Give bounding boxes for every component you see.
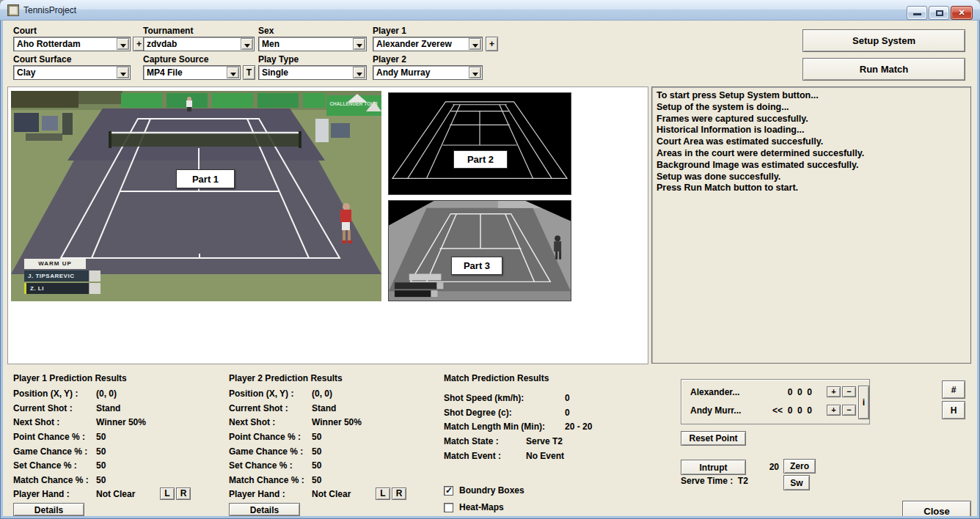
app-window: TennisProject ✕ Court Aho Rotterdam + To… <box>0 0 980 519</box>
chevron-down-icon[interactable] <box>117 67 129 78</box>
player1-score-plus-button[interactable]: + <box>827 386 841 397</box>
close-window-button[interactable]: ✕ <box>951 6 973 20</box>
minimize-button[interactable] <box>907 6 927 20</box>
capture-source-label: Capture Source <box>143 54 208 65</box>
player1-label: Player 1 <box>373 26 406 36</box>
interrupt-button[interactable]: Intrupt <box>681 460 746 475</box>
log-panel[interactable]: To start press Setup System button... Se… <box>651 86 971 364</box>
player1-dropdown[interactable]: Alexander Zverew <box>373 37 483 51</box>
row-value: 50 <box>312 460 321 471</box>
tournament-dropdown[interactable]: zdvdab <box>143 37 255 51</box>
part3-label: Part 3 <box>451 257 502 275</box>
prediction-row: Shot Speed (km/h):0 <box>444 393 657 408</box>
add-player-button[interactable]: + <box>486 37 498 51</box>
court-dropdown[interactable]: Aho Rotterdam <box>13 37 131 51</box>
player2-left-hand-button[interactable]: L <box>376 487 390 500</box>
player2-score-plus-button[interactable]: + <box>827 405 841 416</box>
score-player1-name: Alexander... <box>690 387 739 397</box>
player2-panel-title: Player 2 Prediction Results <box>229 373 343 383</box>
court-surface-dropdown[interactable]: Clay <box>13 65 131 80</box>
player2-details-button[interactable]: Details <box>229 503 300 516</box>
row-label: Set Chance % : <box>13 460 96 471</box>
setup-system-button[interactable]: Setup System <box>802 29 965 52</box>
player1-details-button[interactable]: Details <box>13 503 84 516</box>
run-match-button[interactable]: Run Match <box>802 58 965 81</box>
chevron-down-icon[interactable] <box>353 67 365 78</box>
video-part1: CHALLENGER TOUR <box>11 91 381 301</box>
boundry-boxes-checkbox[interactable] <box>444 486 453 496</box>
player2-score-minus-button[interactable]: − <box>842 405 856 416</box>
log-line: Setup was done succesfully. <box>657 172 966 183</box>
chevron-down-icon[interactable] <box>469 38 481 50</box>
player1-left-hand-button[interactable]: L <box>160 487 175 500</box>
history-button[interactable]: H <box>942 401 965 419</box>
hash-button[interactable]: # <box>942 380 965 399</box>
player1-right-hand-button[interactable]: R <box>176 487 191 500</box>
play-type-value: Single <box>262 67 351 78</box>
player2-dropdown[interactable]: Andy Murray <box>373 65 483 80</box>
row-value: Winner 50% <box>312 417 362 427</box>
row-label: Position (X, Y) : <box>13 389 96 399</box>
row-label: Match Length Min (Min): <box>444 422 565 432</box>
score-player1-score: 0 0 0 <box>753 387 812 397</box>
maximize-button[interactable] <box>929 6 949 20</box>
scoreboard-header: WARM UP <box>24 259 86 269</box>
row-label: Current Shot : <box>229 403 312 413</box>
prediction-row: Position (X, Y) :(0, 0) <box>229 389 442 403</box>
row-value: 50 <box>96 460 106 471</box>
video-part2: Part 2 <box>388 92 571 195</box>
prediction-row: Match Chance % :50 <box>229 475 442 490</box>
row-value: (0, 0) <box>96 389 117 399</box>
chevron-down-icon[interactable] <box>241 38 253 50</box>
row-value: (0, 0) <box>312 389 332 399</box>
interrupt-counter: 20 <box>763 462 779 472</box>
video-part3: Part 3 <box>388 200 571 301</box>
row-label: Match Chance % : <box>229 475 312 485</box>
row-label: Game Chance % : <box>229 446 312 457</box>
score-player2-name: Andy Murr... <box>690 405 741 416</box>
prediction-row: Game Chance % :50 <box>13 446 226 461</box>
player1-score-minus-button[interactable]: − <box>842 386 856 397</box>
close-button[interactable]: Close <box>902 501 971 516</box>
switch-button[interactable]: Sw <box>783 475 810 490</box>
score-info-button[interactable]: i <box>858 386 869 419</box>
heat-maps-checkbox[interactable] <box>444 503 453 512</box>
log-line: Frames were captured succesfully. <box>657 114 966 125</box>
serve-time-label: Serve Time : T2 <box>681 476 748 486</box>
prediction-row: Next Shot :Winner 50% <box>229 417 442 432</box>
chevron-down-icon[interactable] <box>469 67 481 78</box>
chevron-down-icon[interactable] <box>227 67 239 78</box>
prediction-row: Shot Degree (c):0 <box>444 408 657 422</box>
player2-panel: Position (X, Y) :(0, 0) Current Shot :St… <box>229 389 442 504</box>
part1-scene: CHALLENGER TOUR <box>11 91 381 301</box>
net <box>109 131 301 148</box>
chevron-down-icon[interactable] <box>117 38 129 50</box>
reset-point-button[interactable]: Reset Point <box>681 431 746 446</box>
court-surface-value: Clay <box>17 67 115 78</box>
title-bar[interactable]: TennisProject ✕ <box>0 0 980 21</box>
match-panel-title: Match Prediction Results <box>444 373 549 383</box>
log-line: Historical Information is loading... <box>657 125 966 136</box>
player1-panel-title: Player 1 Prediction Results <box>13 373 127 383</box>
scoreboard-player2: Z. LI <box>24 283 89 294</box>
row-label: Match Event : <box>444 451 526 461</box>
sex-dropdown[interactable]: Men <box>258 37 367 51</box>
player2-right-hand-button[interactable]: R <box>392 487 406 500</box>
court-surface-label: Court Surface <box>13 54 71 65</box>
log-line: Court Area was estimated succesfully. <box>657 136 966 148</box>
score-player2-score: << 0 0 0 <box>753 405 812 416</box>
far-player <box>186 97 192 111</box>
row-label: Shot Degree (c): <box>444 408 565 418</box>
chevron-down-icon[interactable] <box>353 38 365 50</box>
capture-source-dropdown[interactable]: MP4 File <box>143 65 241 80</box>
row-value: 50 <box>96 432 106 442</box>
row-value: 50 <box>96 446 106 457</box>
court-value: Aho Rotterdam <box>17 39 115 49</box>
row-value: Not Clear <box>312 489 351 499</box>
row-label: Next Shot : <box>13 417 96 427</box>
maximize-icon <box>936 10 943 16</box>
row-label: Shot Speed (km/h): <box>444 393 565 403</box>
t-button[interactable]: T <box>243 65 255 80</box>
zero-button[interactable]: Zero <box>783 459 816 474</box>
play-type-dropdown[interactable]: Single <box>258 65 367 80</box>
